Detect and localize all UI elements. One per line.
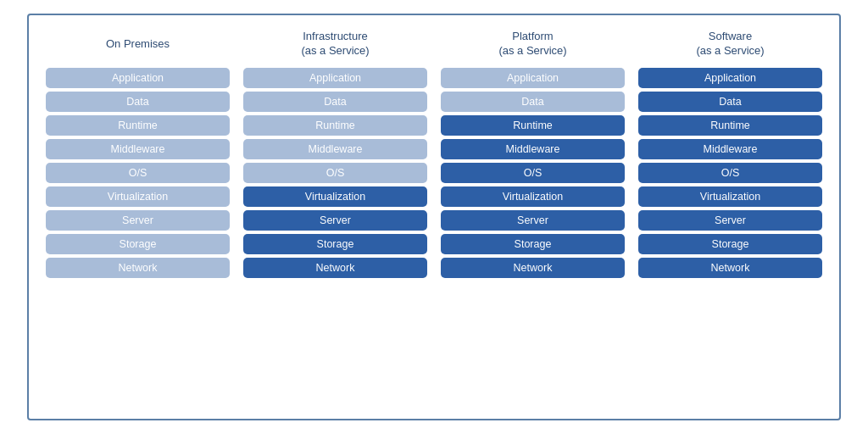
cell-iaas-network: Network — [243, 258, 427, 278]
cell-iaas-application: Application — [243, 68, 427, 88]
cell-on-premises-runtime: Runtime — [46, 115, 230, 136]
cell-on-premises-virtualization: Virtualization — [46, 186, 230, 207]
main-container: On PremisesApplicationDataRuntimeMiddlew… — [27, 14, 841, 420]
cell-paas-o-s: O/S — [441, 163, 625, 183]
column-saas: Software(as a Service)ApplicationDataRun… — [638, 29, 822, 405]
cell-paas-storage: Storage — [441, 234, 625, 254]
column-header-iaas: Infrastructure(as a Service) — [301, 29, 369, 59]
cell-on-premises-o-s: O/S — [46, 163, 230, 183]
columns-wrapper: On PremisesApplicationDataRuntimeMiddlew… — [46, 29, 822, 405]
cell-saas-application: Application — [638, 68, 822, 88]
stack-iaas: ApplicationDataRuntimeMiddlewareO/SVirtu… — [243, 68, 427, 278]
column-header-saas: Software(as a Service) — [696, 29, 764, 59]
cell-paas-middleware: Middleware — [441, 139, 625, 159]
cell-paas-application: Application — [441, 68, 625, 88]
cell-paas-network: Network — [441, 258, 625, 278]
stack-saas: ApplicationDataRuntimeMiddlewareO/SVirtu… — [638, 68, 822, 278]
cell-iaas-data: Data — [243, 92, 427, 112]
column-iaas: Infrastructure(as a Service)ApplicationD… — [243, 29, 427, 405]
cell-saas-o-s: O/S — [638, 163, 822, 183]
cell-saas-middleware: Middleware — [638, 139, 822, 159]
cell-iaas-runtime: Runtime — [243, 115, 427, 136]
cell-iaas-virtualization: Virtualization — [243, 186, 427, 207]
stack-on-premises: ApplicationDataRuntimeMiddlewareO/SVirtu… — [46, 68, 230, 278]
cell-saas-server: Server — [638, 210, 822, 231]
column-header-on-premises: On Premises — [106, 29, 170, 59]
cell-on-premises-storage: Storage — [46, 234, 230, 254]
cell-saas-data: Data — [638, 92, 822, 112]
cell-paas-runtime: Runtime — [441, 115, 625, 136]
stack-paas: ApplicationDataRuntimeMiddlewareO/SVirtu… — [441, 68, 625, 278]
cell-on-premises-application: Application — [46, 68, 230, 88]
cell-saas-storage: Storage — [638, 234, 822, 254]
column-on-premises: On PremisesApplicationDataRuntimeMiddlew… — [46, 29, 230, 405]
column-header-paas: Platform(as a Service) — [498, 29, 566, 59]
cell-on-premises-network: Network — [46, 258, 230, 278]
cell-iaas-storage: Storage — [243, 234, 427, 254]
cell-on-premises-middleware: Middleware — [46, 139, 230, 159]
cell-paas-server: Server — [441, 210, 625, 231]
cell-iaas-server: Server — [243, 210, 427, 231]
column-paas: Platform(as a Service)ApplicationDataRun… — [441, 29, 625, 405]
cell-on-premises-server: Server — [46, 210, 230, 231]
cell-iaas-o-s: O/S — [243, 163, 427, 183]
cell-paas-data: Data — [441, 92, 625, 112]
cell-paas-virtualization: Virtualization — [441, 186, 625, 207]
cell-saas-network: Network — [638, 258, 822, 278]
cell-saas-virtualization: Virtualization — [638, 186, 822, 207]
cell-on-premises-data: Data — [46, 92, 230, 112]
cell-iaas-middleware: Middleware — [243, 139, 427, 159]
cell-saas-runtime: Runtime — [638, 115, 822, 136]
